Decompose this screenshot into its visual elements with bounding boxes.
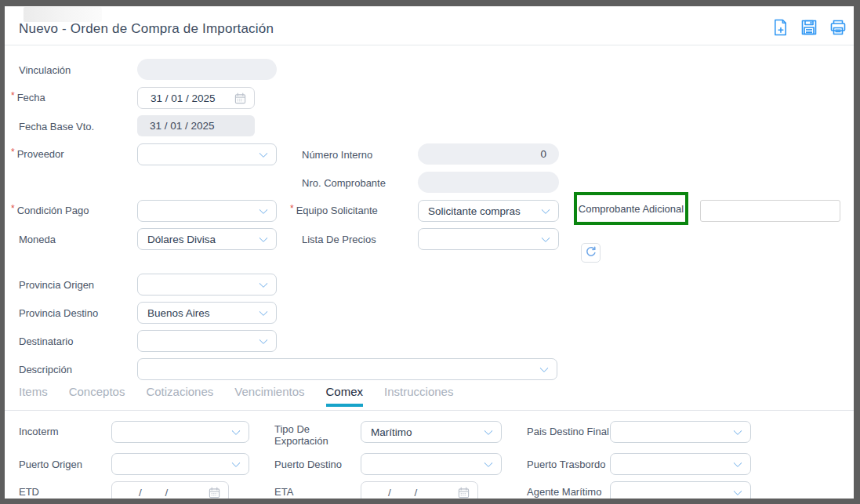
tab-vencimientos[interactable]: Vencimientos (234, 385, 304, 407)
refresh-icon (585, 245, 597, 260)
agente-maritimo-label: Agente Marítimo (527, 486, 601, 498)
condicion-pago-label-text: Condición Pago (17, 205, 89, 216)
chevron-down-icon (484, 426, 492, 435)
chevron-down-icon (733, 426, 742, 435)
moneda-label: Moneda (19, 234, 56, 245)
fecha-input[interactable]: 31 / 01 / 2025 (137, 87, 255, 109)
pais-destino-final-label: Pais Destino Final (527, 426, 609, 437)
save-button[interactable] (800, 19, 818, 38)
window-frame-right (854, 0, 860, 504)
fecha-base-vto-input: 31 / 01 / 2025 (137, 115, 255, 136)
window-frame-top (0, 0, 860, 6)
refresh-button[interactable] (581, 243, 601, 263)
provincia-origen-select[interactable] (137, 274, 277, 296)
required-asterisk: * (290, 203, 294, 214)
chevron-down-icon (259, 279, 267, 288)
import-purchase-order-window: Nuevo - Orden de Compra de Importación (0, 0, 860, 504)
tabs-divider (0, 410, 860, 411)
redacted-breadcrumb (24, 7, 102, 22)
tab-bar: Items Conceptos Cotizaciones Vencimiento… (19, 385, 453, 407)
tab-cotizaciones[interactable]: Cotizaciones (146, 385, 213, 407)
page-title: Nuevo - Orden de Compra de Importación (19, 21, 274, 37)
required-asterisk: * (11, 147, 15, 158)
tab-comex[interactable]: Comex (326, 385, 364, 407)
incoterm-label: Incoterm (19, 426, 59, 437)
calendar-icon[interactable] (209, 487, 220, 499)
chevron-down-icon (259, 234, 267, 242)
provincia-origen-label: Provincia Origen (19, 279, 94, 291)
comprobante-adicional-highlight: Comprobante Adicional (574, 192, 688, 225)
puerto-origen-label: Puerto Origen (19, 459, 82, 470)
provincia-destino-value: Buenos Aires (147, 307, 210, 319)
descripcion-select[interactable] (137, 358, 557, 380)
tab-items[interactable]: Items (19, 385, 48, 407)
proveedor-label-text: Proveedor (17, 148, 64, 160)
puerto-trasbordo-select[interactable] (610, 453, 751, 475)
proveedor-label: *Proveedor (11, 148, 64, 161)
fecha-base-vto-value: 31 / 01 / 2025 (150, 120, 215, 132)
lista-de-precios-select[interactable] (418, 228, 559, 250)
chevron-down-icon (259, 307, 267, 316)
window-frame-bottom (0, 499, 860, 504)
fecha-value: 31 / 01 / 2025 (151, 92, 216, 104)
fecha-label-text: Fecha (17, 92, 45, 103)
equipo-solicitante-label: *Equipo Solicitante (290, 205, 378, 217)
moneda-value: Dólares Divisa (147, 234, 216, 245)
calendar-icon[interactable] (458, 487, 470, 499)
header-divider (0, 45, 860, 45)
descripcion-label: Descripción (19, 364, 72, 375)
chevron-down-icon (259, 335, 267, 344)
provincia-destino-label: Provincia Destino (19, 307, 98, 319)
etd-value: / / (125, 487, 168, 499)
fecha-base-vto-label: Fecha Base Vto. (19, 121, 94, 132)
equipo-solicitante-value: Solicitante compras (428, 205, 521, 217)
chevron-down-icon (541, 205, 550, 214)
window-frame-left (0, 0, 5, 504)
destinatario-label: Destinatario (19, 335, 73, 347)
new-document-button[interactable] (771, 19, 789, 38)
provincia-destino-select[interactable]: Buenos Aires (137, 302, 277, 324)
chevron-down-icon (541, 234, 550, 242)
proveedor-select[interactable] (137, 143, 277, 165)
chevron-down-icon (539, 364, 548, 372)
condicion-pago-select[interactable] (137, 200, 277, 222)
nro-comprobante-input (418, 172, 559, 193)
chevron-down-icon (259, 149, 267, 158)
vinculacion-label: Vinculación (19, 64, 71, 76)
required-asterisk: * (11, 90, 15, 101)
comprobante-adicional-input[interactable] (700, 200, 840, 222)
pais-destino-final-select[interactable] (610, 421, 751, 443)
tab-instrucciones[interactable]: Instrucciones (384, 385, 453, 407)
puerto-destino-select[interactable] (361, 453, 502, 475)
condicion-pago-label: *Condición Pago (11, 205, 89, 217)
print-icon (829, 19, 847, 38)
tab-conceptos[interactable]: Conceptos (69, 385, 125, 407)
fecha-label: *Fecha (11, 92, 45, 104)
moneda-select[interactable]: Dólares Divisa (137, 228, 277, 250)
lista-de-precios-label: Lista De Precios (302, 234, 376, 245)
puerto-trasbordo-label: Puerto Trasbordo (527, 459, 605, 470)
equipo-solicitante-select[interactable]: Solicitante compras (418, 200, 559, 222)
chevron-down-icon (484, 459, 492, 467)
calendar-icon[interactable] (234, 92, 246, 104)
tipo-exportacion-label: Tipo De Exportación (274, 423, 343, 447)
equipo-solicitante-label-text: Equipo Solicitante (296, 205, 378, 216)
incoterm-select[interactable] (111, 421, 249, 443)
puerto-destino-label: Puerto Destino (274, 459, 342, 470)
vinculacion-input (137, 59, 277, 80)
numero-interno-label: Número Interno (302, 149, 372, 161)
chevron-down-icon (231, 459, 240, 467)
nro-comprobante-label: Nro. Comprobante (302, 177, 386, 189)
required-asterisk: * (11, 203, 15, 214)
eta-label: ETA (274, 486, 293, 498)
puerto-origen-select[interactable] (111, 453, 249, 475)
numero-interno-value: 0 (540, 148, 546, 160)
numero-interno-input: 0 (418, 143, 559, 165)
save-icon (800, 19, 818, 38)
etd-label: ETD (19, 486, 39, 498)
tipo-exportacion-select[interactable]: Marítimo (361, 421, 502, 443)
destinatario-select[interactable] (137, 330, 277, 352)
print-button[interactable] (829, 19, 847, 38)
toolbar (771, 19, 847, 38)
new-document-icon (772, 19, 789, 38)
